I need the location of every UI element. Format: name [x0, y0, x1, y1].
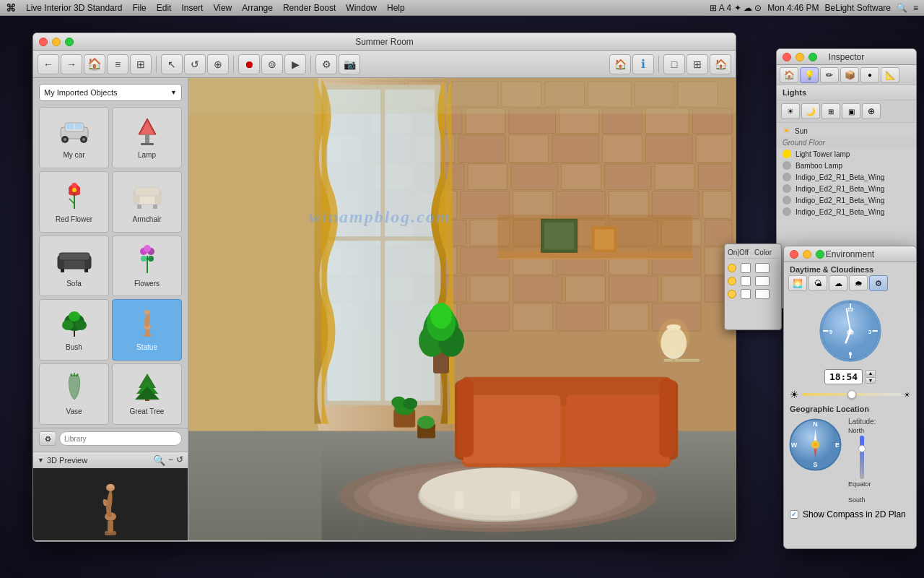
show-compass-checkbox[interactable]: ✓ — [790, 510, 798, 519]
inspector-light-btn-3[interactable]: ⊞ — [821, 103, 840, 119]
zoom-out-icon[interactable]: − — [168, 454, 173, 466]
inspector-indigo-2[interactable]: Indigo_Ed2_R1_Beta_Wing — [777, 183, 916, 194]
object-item-my-car[interactable]: My car — [39, 107, 109, 168]
menubar-render[interactable]: Render Boost — [283, 3, 336, 13]
inspector-indigo-1[interactable]: Indigo_Ed2_R1_Beta_Wing — [777, 171, 916, 183]
object-label-sofa: Sofa — [66, 280, 82, 288]
toolbar-record-button[interactable]: ⏺ — [238, 54, 260, 74]
toolbar-camera-button[interactable]: ⊚ — [261, 54, 283, 74]
object-label-flowers: Flowers — [134, 280, 160, 288]
menubar-edit[interactable]: Edit — [157, 3, 172, 13]
object-item-bush[interactable]: Bush — [39, 299, 109, 361]
inspector-maximize-button[interactable] — [808, 53, 817, 61]
toolbar-select-button[interactable]: ↖ — [161, 54, 183, 74]
time-increment-button[interactable]: ▲ — [866, 370, 876, 376]
toolbar-move-button[interactable]: ⊕ — [207, 54, 229, 74]
library-search-input[interactable] — [59, 431, 182, 446]
env-close-button[interactable] — [790, 250, 798, 259]
window-close-button[interactable] — [39, 38, 48, 46]
object-item-vase[interactable]: Vase — [39, 363, 109, 425]
inspector-sun-item[interactable]: ☀ Sun — [777, 124, 916, 137]
time-decrement-button[interactable]: ▼ — [866, 377, 876, 384]
toolbar-back-button[interactable]: ← — [38, 54, 59, 74]
object-item-great-tree[interactable]: Great Tree — [112, 363, 182, 425]
inspector-bamboo-lamp[interactable]: Bamboo Lamp — [777, 160, 916, 171]
inspector-minimize-button[interactable] — [796, 53, 804, 61]
toolbar-grid-button[interactable]: ⊞ — [130, 54, 152, 74]
object-item-red-flower[interactable]: Red Flower — [39, 171, 109, 233]
toolbar-view3d-button[interactable]: ⊞ — [687, 54, 708, 74]
object-item-lamp[interactable]: Lamp — [112, 107, 182, 168]
objects-dropdown[interactable]: My Imported Objects ▼ — [39, 84, 182, 101]
color-swatch-1[interactable] — [755, 263, 770, 273]
onoff-checkbox-1[interactable] — [741, 263, 751, 273]
window-maximize-button[interactable] — [65, 38, 74, 46]
preview-header[interactable]: ▼ 3D Preview 🔍 − ↺ — [33, 452, 188, 468]
inspector-light-btn-2[interactable]: 🌙 — [801, 103, 820, 119]
inspector-indigo-4[interactable]: Indigo_Ed2_R1_Beta_Wing — [777, 206, 916, 217]
inspector-indigo-3[interactable]: Indigo_Ed2_R1_Beta_Wing — [777, 194, 916, 206]
menubar-insert[interactable]: Insert — [181, 3, 203, 13]
env-maximize-button[interactable] — [816, 250, 824, 259]
object-item-armchair[interactable]: Armchair — [112, 171, 182, 233]
toolbar-render-button[interactable]: 🏠 — [609, 54, 631, 74]
inspector-light-btn-add[interactable]: ⊕ — [862, 103, 881, 119]
menubar-help[interactable]: Help — [387, 3, 405, 13]
object-item-flowers[interactable]: Flowers — [112, 236, 182, 297]
env-btn-cloudy[interactable]: ☁ — [829, 275, 847, 291]
toolbar-forward-button[interactable]: → — [61, 54, 82, 74]
inspector-tab-light[interactable]: 💡 — [800, 67, 819, 83]
inspector-tab-edit[interactable]: ✏ — [820, 67, 839, 83]
toolbar-floorplan-button[interactable]: 🏠 — [710, 54, 731, 74]
toolbar-photo-button[interactable]: 📷 — [339, 54, 360, 74]
panel-settings-button[interactable]: ⚙ — [39, 431, 56, 446]
inspector-light-btn-4[interactable]: ▣ — [842, 103, 860, 119]
menubar-file[interactable]: File — [132, 3, 146, 13]
inspector-tab-home[interactable]: 🏠 — [780, 67, 798, 83]
toolbar-list-button[interactable]: ≡ — [107, 54, 128, 74]
toolbar-separator-3 — [310, 56, 311, 73]
inspector-tab-box[interactable]: 📦 — [840, 67, 859, 83]
svg-rect-103 — [513, 191, 553, 218]
window-minimize-button[interactable] — [52, 38, 61, 46]
inspector-light-btn-1[interactable]: ☀ — [781, 103, 800, 119]
toolbar-view2d-button[interactable]: □ — [663, 54, 685, 74]
env-btn-custom[interactable]: ⚙ — [869, 275, 888, 291]
object-item-sofa[interactable]: Sofa — [39, 236, 109, 297]
toolbar-figure-button[interactable]: ⚙ — [315, 54, 337, 74]
daytime-slider-thumb[interactable] — [847, 390, 856, 399]
latitude-slider[interactable] — [860, 436, 864, 479]
spotlight-icon[interactable]: 🔍 — [897, 3, 907, 13]
toolbar-home-button[interactable]: 🏠 — [84, 54, 105, 74]
svg-rect-105 — [609, 191, 648, 218]
daytime-slider[interactable] — [802, 393, 901, 396]
env-btn-rainy[interactable]: 🌧 — [849, 275, 868, 291]
apple-menu[interactable]: ⌘ — [6, 2, 16, 14]
refresh-icon[interactable]: ↺ — [176, 454, 183, 466]
svg-point-7 — [82, 138, 85, 141]
env-btn-partly-cloudy[interactable]: 🌤 — [808, 275, 827, 291]
object-item-statue[interactable]: Statue — [112, 299, 182, 361]
latitude-thumb[interactable] — [858, 445, 866, 452]
menubar-arrange[interactable]: Arrange — [242, 3, 273, 13]
toolbar-rotate-button[interactable]: ↺ — [184, 54, 206, 74]
onoff-checkbox-3[interactable] — [741, 289, 751, 299]
inspector-close-button[interactable] — [783, 53, 791, 61]
env-minimize-button[interactable] — [803, 250, 811, 259]
env-btn-sunrise[interactable]: 🌅 — [788, 275, 807, 291]
zoom-in-icon[interactable]: 🔍 — [153, 454, 165, 466]
color-swatch-2[interactable] — [755, 276, 770, 286]
toolbar-info-button[interactable]: ℹ — [632, 54, 654, 74]
inspector-tab-measure[interactable]: 📐 — [881, 67, 899, 83]
menubar-window[interactable]: Window — [346, 3, 377, 13]
inspector-light-tower[interactable]: Light Tower lamp — [777, 148, 916, 160]
onoff-dot-2 — [728, 277, 736, 285]
color-swatch-3[interactable] — [755, 289, 770, 299]
menu-icon[interactable]: ≡ — [913, 3, 918, 13]
toolbar-play-button[interactable]: ▶ — [284, 54, 306, 74]
menubar-view[interactable]: View — [213, 3, 232, 13]
onoff-checkbox-2[interactable] — [741, 276, 751, 286]
inspector-tab-color[interactable]: ● — [860, 67, 879, 83]
time-display[interactable]: 18:54 — [824, 369, 863, 384]
menubar-app-name[interactable]: Live Interior 3D Standard — [26, 3, 122, 13]
